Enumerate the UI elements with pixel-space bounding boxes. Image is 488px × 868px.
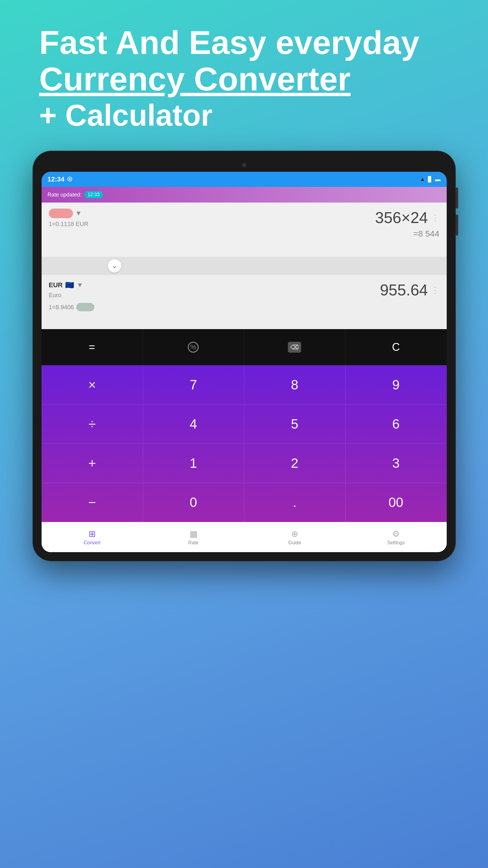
headline-line3: + Calculator [39,97,449,133]
currency-top-rate: 1=0.1118 EUR [49,221,89,227]
decimal-button[interactable]: . [244,483,345,522]
currency-bottom-right: 955.64 ⋮ [380,281,439,299]
delete-button[interactable]: ⌫ [244,329,345,365]
status-bar: 12:34 ⦿ ▲ ▊ ▬ [41,172,447,187]
battery-icon: ▬ [435,176,441,183]
nav-convert[interactable]: ⊞ Convert [41,522,143,552]
guide-icon: ⊕ [291,529,298,539]
vol-up-btn [456,187,458,209]
currency-eur-flag-row[interactable]: EUR 🇪🇺 ▼ [49,281,95,289]
currency-top-flag-row[interactable]: ▼ [49,209,89,218]
eur-rate-text: 1=8.9406 [49,304,74,311]
swap-divider: ⌄ [41,257,447,275]
calc-numpad: × 7 8 9 ÷ 4 5 [41,365,447,522]
five-button[interactable]: 5 [244,404,345,444]
seven-button[interactable]: 7 [143,365,244,404]
tablet-body: 12:34 ⦿ ▲ ▊ ▬ Rate updated: 12:33 [33,151,455,561]
clear-button[interactable]: C [345,329,447,365]
currency-top-left: ▼ 1=0.1118 EUR [49,209,89,227]
status-icons: ▲ ▊ ▬ [420,176,441,183]
plus-button[interactable]: + [41,444,143,483]
currency-top-more-icon[interactable]: ⋮ [431,213,439,223]
eur-amount[interactable]: 955.64 [380,281,428,299]
four-button[interactable]: 4 [143,404,244,444]
eur-flag-icon: 🇪🇺 [65,281,74,289]
camera-dot [242,163,246,167]
currency-top-flag [49,209,73,218]
currency-bottom-section: EUR 🇪🇺 ▼ Euro 1=8.9406 955.64 ⋮ [41,275,447,329]
app-header: Rate updated: 12:33 [41,187,447,203]
tablet-screen: 12:34 ⦿ ▲ ▊ ▬ Rate updated: 12:33 [41,172,447,552]
minus-button[interactable]: − [41,483,143,522]
status-time: 12:34 ⦿ [48,176,72,183]
percent-button[interactable]: % [143,329,244,365]
eight-button[interactable]: 8 [244,365,345,404]
calc-function-row: = % ⌫ C [41,329,447,365]
convert-icon: ⊞ [89,529,96,539]
currency-result: =8 544 [375,229,439,239]
divide-button[interactable]: ÷ [41,404,143,444]
tablet-top-bar [41,160,447,170]
convert-label: Convert [84,540,100,546]
double-zero-button[interactable]: 00 [345,483,447,522]
delete-icon: ⌫ [288,342,301,352]
rate-label: Rate [188,540,199,546]
nav-settings[interactable]: ⚙ Settings [345,522,447,552]
bottom-nav: ⊞ Convert ▦ Rate ⊕ Guide ⚙ Settings [41,522,447,552]
guide-label: Guide [288,540,301,546]
currency-code: EUR [49,281,63,289]
headline-line2: Currency Converter [39,61,449,97]
currency-expression[interactable]: 356×24 [375,209,428,227]
nav-guide[interactable]: ⊕ Guide [244,522,345,552]
tablet-device: 12:34 ⦿ ▲ ▊ ▬ Rate updated: 12:33 [33,151,455,561]
swap-button[interactable]: ⌄ [108,259,121,273]
eur-rate-row: 1=8.9406 [49,303,95,311]
rate-icon: ▦ [190,529,197,539]
volume-buttons [456,187,458,236]
nine-button[interactable]: 9 [345,365,447,404]
rate-time-badge: 12:33 [85,191,103,198]
percent-icon: % [188,342,199,352]
eur-name: Euro [49,292,95,299]
two-button[interactable]: 2 [244,444,345,483]
chevron-down-icon: ⌄ [112,262,117,270]
currency-bottom-left: EUR 🇪🇺 ▼ Euro 1=8.9406 [49,281,95,311]
wifi-icon: ▲ [420,177,425,182]
multiply-button[interactable]: × [41,365,143,404]
currency-bottom-more-icon[interactable]: ⋮ [431,285,439,295]
equals-button[interactable]: = [41,329,143,365]
headline-section: Fast And Easy everyday Currency Converte… [0,0,488,145]
currency-top-dropdown-icon[interactable]: ▼ [75,210,82,217]
nav-rate[interactable]: ▦ Rate [143,522,244,552]
signal-icon: ▊ [428,176,432,183]
six-button[interactable]: 6 [345,404,447,444]
one-button[interactable]: 1 [143,444,244,483]
three-button[interactable]: 3 [345,444,447,483]
headline-line1: Fast And Easy everyday [39,24,449,61]
settings-icon: ⚙ [392,529,400,539]
currency-top-right: 356×24 ⋮ =8 544 [375,209,439,239]
zero-button[interactable]: 0 [143,483,244,522]
settings-label: Settings [387,540,405,546]
rate-label: Rate updated: [48,192,82,198]
eur-rate-pill [76,303,94,311]
eur-dropdown-icon[interactable]: ▼ [77,281,83,289]
currency-top-section: ▼ 1=0.1118 EUR 356×24 ⋮ =8 544 [41,203,447,257]
location-icon: ⦿ [67,176,72,183]
vol-down-btn [456,215,458,236]
